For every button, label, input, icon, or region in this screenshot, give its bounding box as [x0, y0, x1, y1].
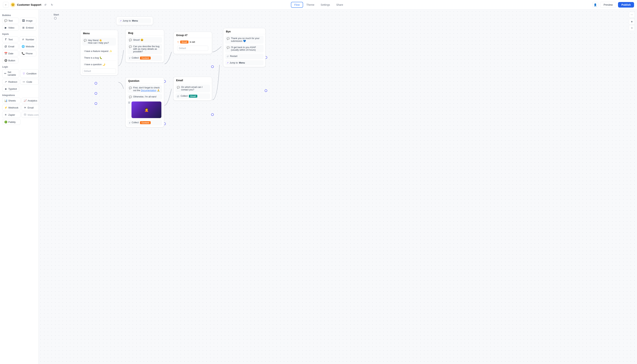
jump-to-label: Jump to — [123, 20, 131, 22]
set-variable-icon: ✏ — [4, 72, 7, 75]
bye-restart-row: ↺ Restart — [225, 54, 264, 59]
chat-icon-bug2: 💬 — [129, 45, 132, 48]
text-bubble-icon: 💬 — [4, 19, 7, 22]
tab-theme[interactable]: Theme — [303, 2, 317, 7]
integration-pabbly[interactable]: 🟢Pabbly — [2, 119, 21, 125]
menu-choice-feature[interactable]: I have a feature request ✨ — [82, 48, 116, 54]
email-badge-group7: Email — [180, 40, 188, 44]
bye-jump-target: Menu — [239, 62, 245, 64]
logic-section-title: Logic — [2, 66, 36, 68]
group7-condition-row: ▽ Email is set — [175, 40, 210, 44]
input-phone[interactable]: 📞Phone — [20, 50, 36, 56]
back-button[interactable]: ← — [3, 2, 9, 8]
top-jump-card[interactable]: ↗ Jump to Menu — [116, 16, 153, 25]
integration-makecom[interactable]: ⓂMake.com — [22, 112, 39, 118]
tab-settings[interactable]: Settings — [318, 2, 333, 7]
integrations-grid: 📊Sheets 📈Analytics ⚡Webhook ✈Email ✳Zapi… — [2, 98, 36, 125]
group7-node[interactable]: Group #7 ▽ Email is set Default — [173, 32, 212, 54]
input-text[interactable]: TText — [2, 36, 19, 42]
website-icon: 🌐 — [22, 45, 25, 48]
svg-point-3 — [95, 92, 97, 94]
text-icon-bug: T — [129, 57, 130, 60]
bye-node[interactable]: Bye 💬 Thank you so much for your submiss… — [223, 28, 266, 67]
input-email[interactable]: @Email — [2, 44, 19, 49]
bubble-embed[interactable]: ⊞Embed — [20, 25, 37, 30]
bubble-image[interactable]: 🖼Image — [20, 18, 37, 24]
bug-node[interactable]: Bug 💬 Shoot! 😄 💬 Can you describe the bu… — [125, 30, 164, 63]
bug-node-title: Bug — [126, 30, 164, 36]
integration-email[interactable]: ✈Email — [22, 105, 39, 110]
gif-image: 🤦 — [131, 102, 161, 118]
undo-button[interactable]: ↺ — [43, 2, 48, 7]
at-icon-email: @ — [177, 95, 179, 98]
publish-button[interactable]: Publish — [618, 2, 634, 8]
logic-set-variable[interactable]: ✏Set variable — [2, 69, 19, 78]
logic-code[interactable]: <>Code — [20, 79, 39, 85]
bubbles-section-title: Bubbles — [2, 14, 36, 16]
zoom-out-button[interactable]: − — [629, 25, 635, 31]
integration-sheets[interactable]: 📊Sheets — [2, 98, 21, 104]
bug-shoot-row: 💬 Shoot! 😄 — [127, 37, 162, 43]
menu-default-input[interactable]: Default — [82, 68, 116, 74]
menu-choice-bug[interactable]: There is a bug 🐛 — [82, 55, 116, 60]
input-website[interactable]: 🌐Website — [20, 44, 36, 49]
collaborators-icon[interactable]: 👤 — [592, 2, 598, 8]
email-collect-row: @ Collect Email — [175, 94, 210, 99]
tab-flow[interactable]: Flow — [291, 2, 303, 8]
integration-analytics[interactable]: 📈Analytics — [22, 98, 39, 104]
documentation-link[interactable]: Documentation — [141, 89, 156, 92]
email-badge-collect: Email — [189, 95, 197, 98]
svg-point-8 — [211, 114, 214, 116]
top-navigation: ← 😊 Customer Support ↺ ↻ Flow Theme Sett… — [0, 0, 637, 10]
canvas-more-button[interactable]: ··· — [629, 12, 635, 18]
code-icon: <> — [22, 81, 25, 83]
jump-icon: ↗ — [120, 20, 122, 22]
typebot-icon: ◈ — [4, 87, 7, 90]
menu-choice-question[interactable]: I have a question 🌙 — [82, 62, 116, 67]
bye-title: Bye — [223, 28, 265, 34]
svg-point-10 — [265, 90, 267, 92]
group7-default[interactable]: Default — [177, 46, 208, 51]
menu-node-title: Menu — [80, 30, 118, 36]
input-button[interactable]: 🔘Button — [2, 58, 19, 63]
logic-condition[interactable]: ▽Condition — [20, 69, 39, 78]
integration-zapier[interactable]: ✳Zapier — [2, 112, 21, 118]
integration-webhook[interactable]: ⚡Webhook — [2, 105, 21, 110]
makecom-icon: Ⓜ — [24, 113, 27, 116]
group7-title: Group #7 — [173, 32, 212, 38]
inputs-section-title: Inputs — [2, 33, 36, 35]
logic-redirect[interactable]: ↗Redirect — [2, 79, 19, 85]
redirect-icon: ↗ — [4, 80, 7, 83]
svg-point-2 — [95, 82, 97, 84]
gif-icon: 🖼 — [128, 102, 130, 104]
preview-button[interactable]: Preview — [600, 2, 616, 8]
bubble-text[interactable]: 💬Text — [2, 18, 19, 24]
content-badge-bug: Content — [140, 56, 151, 60]
input-number[interactable]: #Number — [20, 36, 36, 42]
flow-canvas[interactable]: ··· + − — [39, 10, 637, 364]
text-input-icon: T — [4, 38, 7, 41]
bye-jump-row: ↗ Jump to Menu — [225, 60, 264, 66]
image-icon: 🖼 — [22, 19, 25, 22]
project-name: Customer Support — [17, 3, 41, 6]
email-node[interactable]: Email 💬 On which email can I contact you… — [173, 77, 212, 100]
menu-node[interactable]: Menu 💬 Hey friend 👋How can I help you? I… — [80, 30, 118, 75]
email-input-icon: @ — [4, 45, 7, 48]
webhook-icon: ⚡ — [4, 106, 7, 109]
chat-icon-menu: 💬 — [84, 39, 87, 42]
phone-icon: 📞 — [22, 52, 25, 55]
question-node[interactable]: Question 💬 First, don't forget to check … — [125, 77, 164, 127]
chat-icon-q1: 💬 — [129, 86, 132, 89]
email-node-title: Email — [173, 77, 212, 83]
redo-button[interactable]: ↻ — [49, 2, 55, 7]
question-docs-row: 💬 First, don't forget to check out the D… — [127, 85, 162, 93]
pabbly-icon: 🟢 — [4, 120, 7, 124]
question-gif-row: 🖼 🤦 — [127, 101, 162, 119]
logic-typebot[interactable]: ◈Typebot — [2, 86, 19, 92]
input-date[interactable]: 📅Date — [2, 50, 19, 56]
number-icon: # — [22, 38, 25, 41]
bubble-video[interactable]: ▶Video — [2, 25, 19, 30]
canvas-controls: ··· + − — [629, 12, 635, 31]
tab-share[interactable]: Share — [333, 2, 346, 7]
zoom-in-button[interactable]: + — [629, 19, 635, 25]
